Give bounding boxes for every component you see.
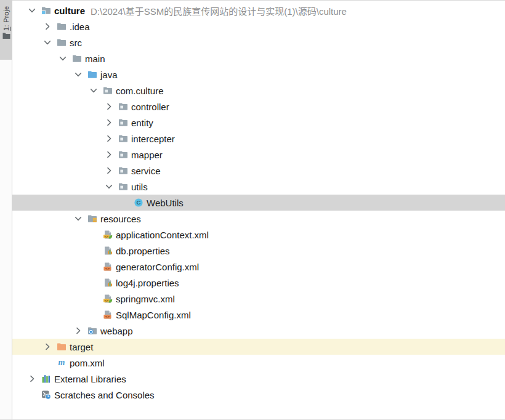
folder-icon <box>56 22 67 32</box>
tree-item-label: springmvc.xml <box>116 294 175 304</box>
tree-row-target[interactable]: target <box>12 339 505 355</box>
folder-icon <box>56 38 67 48</box>
package-icon <box>118 166 128 176</box>
svg-text:<>: <> <box>105 315 110 319</box>
tree-row-webapp[interactable]: webapp <box>12 323 505 339</box>
indent-spacer <box>119 198 129 208</box>
package-icon <box>118 102 128 112</box>
tree-row-controller[interactable]: controller <box>12 99 505 115</box>
project-path: D:\2024\基于SSM的民族宣传网站的设计与实现(1)\源码\culture <box>91 4 347 17</box>
tree-row-external-libraries[interactable]: External Libraries <box>12 371 505 387</box>
tree-item-label: src <box>70 38 82 48</box>
xml-file-icon: <> <box>102 262 113 272</box>
tree-row-com-culture[interactable]: com.culture <box>12 83 505 99</box>
chevron-right-icon[interactable] <box>42 342 52 352</box>
chevron-right-icon[interactable] <box>104 134 114 143</box>
chevron-right-icon[interactable] <box>27 374 37 384</box>
tree-row-pom-xml[interactable]: mpom.xml <box>12 355 505 371</box>
tree-row-entity[interactable]: entity <box>12 115 505 131</box>
indent-spacer <box>89 262 99 272</box>
project-folder-icon <box>41 6 51 16</box>
tree-item-label: pom.xml <box>70 358 105 368</box>
tree-row-culture[interactable]: cultureD:\2024\基于SSM的民族宣传网站的设计与实现(1)\源码\… <box>12 2 505 18</box>
tree-item-label: culture <box>54 6 85 16</box>
indent-spacer <box>89 246 99 256</box>
tree-item-label: webapp <box>100 326 133 336</box>
chevron-right-icon[interactable] <box>104 118 114 127</box>
tree-row-applicationcontext-xml[interactable]: <>applicationContext.xml <box>12 227 505 243</box>
folder-icon <box>2 32 10 39</box>
svg-text:<>: <> <box>104 299 108 303</box>
tree-row-resources[interactable]: resources <box>12 211 505 227</box>
chevron-down-icon[interactable] <box>89 86 99 95</box>
tree-row-log4j-properties[interactable]: log4j.properties <box>12 275 505 291</box>
tree-row-intercepter[interactable]: intercepter <box>12 131 505 147</box>
indent-spacer <box>89 278 99 288</box>
project-tool-window: 1: Proje cultureD:\2024\基于SSM的民族宣传网站的设计与… <box>0 0 505 420</box>
chevron-right-icon[interactable] <box>104 150 114 160</box>
chevron-right-icon[interactable] <box>73 326 83 336</box>
excluded-folder-icon <box>56 342 67 352</box>
tree-item-label: controller <box>131 102 169 112</box>
properties-file-icon <box>102 278 113 288</box>
chevron-right-icon[interactable] <box>104 166 114 176</box>
tree-item-label: Scratches and Consoles <box>54 390 155 400</box>
chevron-down-icon[interactable] <box>27 6 37 15</box>
libraries-icon <box>41 374 51 384</box>
indent-spacer <box>89 230 99 240</box>
svg-text:<>: <> <box>105 267 110 271</box>
project-tab-label: 1: Proje <box>0 2 12 31</box>
tree-row-main[interactable]: main <box>12 50 505 67</box>
resources-folder-icon <box>87 214 97 224</box>
tree-row-scratches-and-consoles[interactable]: Scratches and Consoles <box>12 387 505 403</box>
chevron-down-icon[interactable] <box>58 54 68 63</box>
tree-row-utils[interactable]: utils <box>12 179 505 195</box>
tree-row-idea[interactable]: .idea <box>12 18 505 34</box>
indent-spacer <box>89 310 99 320</box>
svg-text:<>: <> <box>104 235 108 239</box>
tool-window-bar: 1: Proje <box>0 0 12 419</box>
tree-item-label: applicationContext.xml <box>116 230 209 240</box>
tree-item-label: service <box>131 166 161 176</box>
project-tree: cultureD:\2024\基于SSM的民族宣传网站的设计与实现(1)\源码\… <box>12 0 505 419</box>
scratches-icon <box>41 390 51 400</box>
tree-item-label: target <box>70 342 93 352</box>
svg-text:C: C <box>136 199 140 206</box>
chevron-down-icon[interactable] <box>73 214 83 224</box>
project-tab[interactable]: 1: Proje <box>0 0 12 60</box>
indent-spacer <box>89 294 99 304</box>
tree-item-label: generatorConfig.xml <box>116 262 199 272</box>
spring-xml-icon: <> <box>102 294 113 304</box>
package-icon <box>118 134 128 144</box>
tree-row-src[interactable]: src <box>12 34 505 50</box>
tree-item-label: main <box>85 54 105 64</box>
package-icon <box>118 150 128 160</box>
webapp-folder-icon <box>87 326 97 336</box>
tree-item-label: java <box>100 70 118 80</box>
tree-row-sqlmapconfig-xml[interactable]: <>SqlMapConfig.xml <box>12 307 505 323</box>
folder-icon <box>71 54 82 64</box>
tree-row-webutils[interactable]: CWebUtils <box>12 195 505 211</box>
chevron-down-icon[interactable] <box>73 70 83 79</box>
indent-spacer <box>27 390 37 400</box>
tree-item-label: .idea <box>70 22 90 32</box>
tree-item-label: resources <box>100 214 141 224</box>
tree-row-springmvc-xml[interactable]: <>springmvc.xml <box>12 291 505 307</box>
tree-item-label: intercepter <box>131 134 175 144</box>
indent-spacer <box>42 358 52 368</box>
tree-item-label: db.properties <box>116 246 170 256</box>
tree-row-java[interactable]: java <box>12 67 505 83</box>
chevron-down-icon[interactable] <box>42 38 52 47</box>
chevron-down-icon[interactable] <box>104 182 114 192</box>
tree-row-service[interactable]: service <box>12 163 505 179</box>
chevron-right-icon[interactable] <box>104 102 114 111</box>
tree-item-label: utils <box>131 182 148 192</box>
tree-row-mapper[interactable]: mapper <box>12 147 505 163</box>
svg-text:m: m <box>58 358 65 367</box>
chevron-right-icon[interactable] <box>42 22 52 31</box>
tree-row-generatorconfig-xml[interactable]: <>generatorConfig.xml <box>12 259 505 275</box>
tree-item-label: entity <box>131 118 153 128</box>
source-folder-icon <box>87 70 97 80</box>
package-icon <box>118 118 128 128</box>
tree-row-db-properties[interactable]: db.properties <box>12 243 505 259</box>
